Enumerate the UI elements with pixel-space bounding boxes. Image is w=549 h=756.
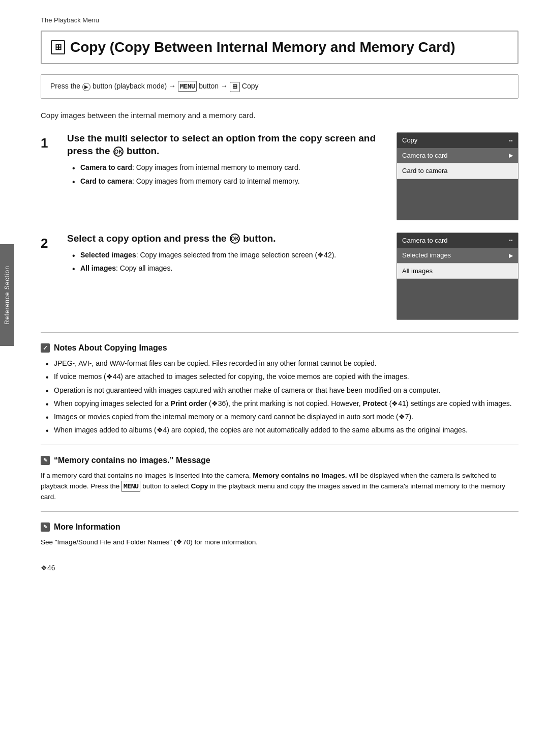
section-divider-2 — [41, 445, 518, 445]
page-footer: ❖46 — [41, 563, 518, 573]
section-divider-3 — [41, 511, 518, 512]
more-info-text: See "Image/Sound File and Folder Names" … — [41, 537, 518, 547]
notes-bullets: JPEG-, AVI-, and WAV-format files can be… — [41, 358, 518, 435]
memory-section-text: If a memory card that contains no images… — [41, 471, 518, 502]
step-1-camera-screen: Copy ▪▪ Camera to card ▶ Card to camera — [396, 132, 518, 220]
step-1-bullet-2: Card to camera: Copy images from memory … — [72, 176, 384, 186]
press-bar-copy-label: Copy — [242, 82, 259, 90]
battery-icon-2: ▪▪ — [509, 236, 513, 245]
step-2-heading-text: Select a copy option and press the — [67, 233, 229, 244]
pencil-icon-2: ✎ — [41, 522, 50, 532]
check-icon: ✓ — [41, 343, 50, 353]
ok-button-icon-1: OK — [113, 147, 124, 157]
step-2-row-label-1: Selected images — [402, 250, 451, 260]
step-1-screen-title: Copy — [402, 135, 417, 146]
step-2-screen-title: Camera to card — [402, 236, 448, 246]
reference-sidebar: Reference Section — [0, 244, 14, 346]
notes-section: ✓ Notes About Copying Images JPEG-, AVI-… — [41, 342, 518, 435]
pencil-icon-1: ✎ — [41, 456, 50, 465]
page-number: ❖46 — [41, 564, 55, 572]
main-title: ⊞ Copy (Copy Between Internal Memory and… — [41, 31, 518, 64]
more-info-heading-text: More Information — [54, 521, 120, 533]
step-2-section: 2 Select a copy option and press the OK … — [41, 232, 518, 321]
notes-bullet-2: If voice memos (❖44) are attached to ima… — [46, 371, 518, 382]
step-1-row-label-1: Camera to card — [402, 151, 448, 161]
notes-bullet-5: Images or movies copied from the interna… — [46, 412, 518, 422]
step-2-bullet-2: All images: Copy all images. — [72, 263, 384, 273]
step-2-screen-body — [397, 279, 518, 319]
notes-heading: ✓ Notes About Copying Images — [41, 342, 518, 354]
step-1-row-label-2: Card to camera — [402, 166, 448, 176]
more-info-heading: ✎ More Information — [41, 521, 518, 533]
step-2-row-all-images: All images — [397, 264, 518, 279]
menu-icon: MENU — [178, 81, 197, 92]
step-1-row-camera-to-card: Camera to card ▶ — [397, 148, 518, 164]
step-1-screen-header: Copy ▪▪ — [397, 133, 518, 148]
playback-button-icon: ▶ — [82, 83, 90, 91]
step-2-row-label-2: All images — [402, 266, 433, 276]
step-1-content: Use the multi selector to select an opti… — [67, 132, 384, 189]
step-1-screen: Copy ▪▪ Camera to card ▶ Card to camera — [396, 132, 518, 220]
memory-section-heading: ✎ “Memory contains no images.” Message — [41, 454, 518, 467]
step-1-section: 1 Use the multi selector to select an op… — [41, 132, 518, 220]
copy-icon: ⊞ — [51, 40, 65, 54]
step-1-heading: Use the multi selector to select an opti… — [67, 132, 384, 157]
step-2-content: Select a copy option and press the OK bu… — [67, 232, 384, 277]
step-1-row-card-to-camera: Card to camera — [397, 163, 518, 179]
step-1-row-arrow-1: ▶ — [509, 151, 513, 160]
step-1-heading-text-2: button. — [124, 146, 160, 156]
step-2-row-arrow-1: ▶ — [509, 251, 513, 260]
step-2-bullet-1: Selected images: Copy images selected fr… — [72, 250, 384, 260]
step-1-bullet-1: Camera to card: Copy images from interna… — [72, 162, 384, 172]
step-2-screen: Camera to card ▪▪ Selected images ▶ All … — [396, 232, 518, 321]
section-divider-1 — [41, 332, 518, 333]
step-2-row-selected-images: Selected images ▶ — [397, 248, 518, 264]
intro-text: Copy images between the internal memory … — [41, 110, 518, 122]
notes-heading-text: Notes About Copying Images — [54, 342, 167, 354]
step-2-bullets: Selected images: Copy images selected fr… — [67, 250, 384, 274]
notes-bullet-4: When copying images selected for a Print… — [46, 398, 518, 409]
step-1-screen-body — [397, 179, 518, 220]
memory-section-heading-text: “Memory contains no images.” Message — [54, 454, 210, 467]
step-2-camera-screen: Camera to card ▪▪ Selected images ▶ All … — [396, 232, 518, 321]
step-1-bullets: Camera to card: Copy images from interna… — [67, 162, 384, 186]
main-title-text: Copy (Copy Between Internal Memory and M… — [70, 37, 455, 58]
press-bar: Press the ▶ button (playback mode) → MEN… — [41, 74, 518, 99]
step-2-number: 2 — [41, 234, 55, 253]
notes-bullet-6: When images added to albums (❖4) are cop… — [46, 425, 518, 435]
step-2-heading: Select a copy option and press the OK bu… — [67, 232, 384, 245]
notes-bullet-1: JPEG-, AVI-, and WAV-format files can be… — [46, 358, 518, 368]
step-2-screen-header: Camera to card ▪▪ — [397, 233, 518, 248]
menu-icon-2: MENU — [121, 481, 140, 492]
reference-sidebar-label: Reference Section — [3, 266, 12, 325]
battery-icon-1: ▪▪ — [509, 136, 513, 145]
ok-button-icon-2: OK — [230, 234, 240, 244]
memory-section: ✎ “Memory contains no images.” Message I… — [41, 454, 518, 502]
step-1-number: 1 — [41, 133, 55, 153]
page-label: The Playback Menu — [41, 15, 518, 25]
notes-bullet-3: Operation is not guaranteed with images … — [46, 385, 518, 395]
step-2-heading-text-2: button. — [240, 233, 276, 244]
copy-menu-icon: ⊞ — [230, 82, 240, 92]
more-info-section: ✎ More Information See "Image/Sound File… — [41, 521, 518, 547]
